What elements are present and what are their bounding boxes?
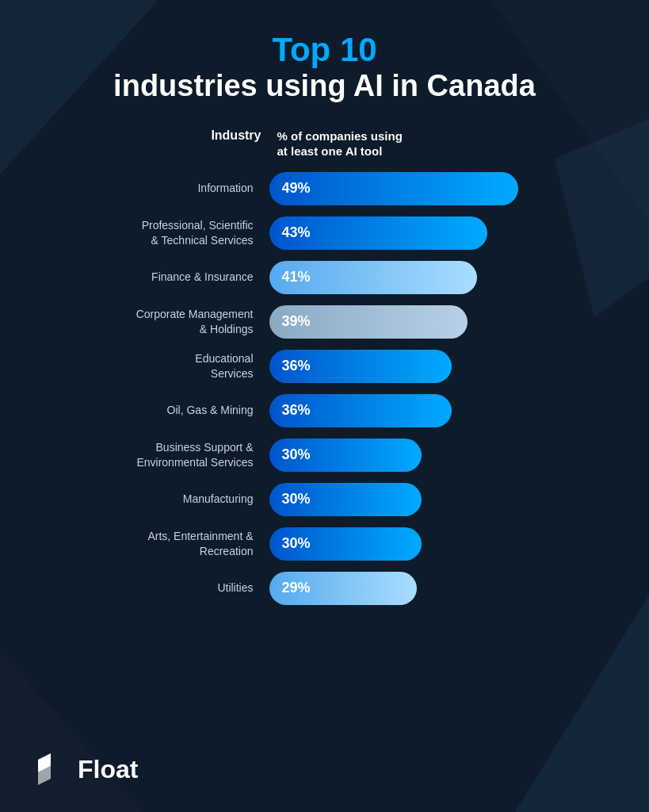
chart-row: Finance & Insurance41% bbox=[79, 259, 571, 296]
bar: 49% bbox=[269, 172, 518, 205]
column-industry-header: Industry bbox=[87, 128, 277, 143]
bar-area: 39% bbox=[269, 305, 571, 339]
bar: 30% bbox=[269, 527, 422, 561]
bar-area: 30% bbox=[269, 483, 571, 516]
industry-label: Manufacturing bbox=[79, 492, 269, 507]
bar-area: 41% bbox=[269, 261, 571, 294]
title-section: Top 10 industries using AI in Canada bbox=[97, 0, 552, 121]
bar-value-label: 30% bbox=[282, 491, 311, 508]
bar-area: 36% bbox=[269, 350, 571, 383]
bar-value-label: 41% bbox=[282, 269, 311, 285]
chart-row: Oil, Gas & Mining36% bbox=[79, 393, 571, 429]
bar-value-label: 29% bbox=[282, 580, 311, 596]
chart-row: Information49% bbox=[79, 170, 571, 207]
industry-label: EducationalServices bbox=[79, 351, 269, 381]
industry-label: Finance & Insurance bbox=[79, 270, 269, 285]
chart-row: Arts, Entertainment &Recreation30% bbox=[79, 526, 571, 562]
bar-value-label: 43% bbox=[282, 224, 311, 241]
industry-label: Professional, Scientific& Technical Serv… bbox=[79, 218, 269, 248]
bar-value-label: 30% bbox=[282, 446, 311, 463]
bar: 30% bbox=[269, 439, 422, 472]
bar-area: 36% bbox=[269, 394, 571, 427]
chart-row: Utilities29% bbox=[79, 570, 571, 607]
chart-row: Business Support &Environmental Services… bbox=[79, 437, 571, 473]
svg-marker-3 bbox=[515, 595, 649, 812]
column-percent-header: % of companies usingat least one AI tool bbox=[277, 128, 563, 159]
logo-area: Float bbox=[32, 750, 138, 788]
industry-label: Corporate Management& Holdings bbox=[79, 307, 269, 337]
title-line1: Top 10 bbox=[113, 32, 536, 68]
bar: 39% bbox=[269, 305, 468, 339]
chart-row: Corporate Management& Holdings39% bbox=[79, 304, 571, 340]
bar-area: 30% bbox=[269, 527, 571, 561]
bar-area: 29% bbox=[269, 572, 571, 605]
title-line2: industries using AI in Canada bbox=[113, 68, 536, 105]
bar-value-label: 39% bbox=[282, 313, 311, 330]
bar: 36% bbox=[269, 350, 452, 383]
bar-value-label: 36% bbox=[282, 358, 311, 374]
industry-label: Information bbox=[79, 181, 269, 196]
bar: 43% bbox=[269, 216, 487, 250]
bar-value-label: 49% bbox=[282, 180, 311, 197]
bar-area: 43% bbox=[269, 216, 571, 250]
industry-label: Business Support &Environmental Services bbox=[79, 440, 269, 470]
chart-row: Manufacturing30% bbox=[79, 481, 571, 518]
industry-label: Arts, Entertainment &Recreation bbox=[79, 529, 269, 559]
industry-label: Oil, Gas & Mining bbox=[79, 403, 269, 418]
bar: 36% bbox=[269, 394, 452, 427]
bar-area: 49% bbox=[269, 172, 571, 205]
chart-rows: Information49%Professional, Scientific& … bbox=[79, 170, 571, 607]
chart-row: EducationalServices36% bbox=[79, 348, 571, 385]
chart-container: Industry % of companies usingat least on… bbox=[48, 121, 602, 622]
bar: 30% bbox=[269, 483, 422, 516]
industry-label: Utilities bbox=[79, 580, 269, 596]
bar-area: 30% bbox=[269, 439, 571, 472]
bar-value-label: 36% bbox=[282, 402, 311, 419]
bar: 41% bbox=[269, 261, 477, 294]
table-header: Industry % of companies usingat least on… bbox=[79, 128, 571, 159]
bar-value-label: 30% bbox=[282, 535, 311, 552]
chart-row: Professional, Scientific& Technical Serv… bbox=[79, 215, 571, 251]
logo-text: Float bbox=[78, 755, 138, 784]
bar: 29% bbox=[269, 572, 417, 605]
float-logo-icon bbox=[32, 750, 70, 788]
